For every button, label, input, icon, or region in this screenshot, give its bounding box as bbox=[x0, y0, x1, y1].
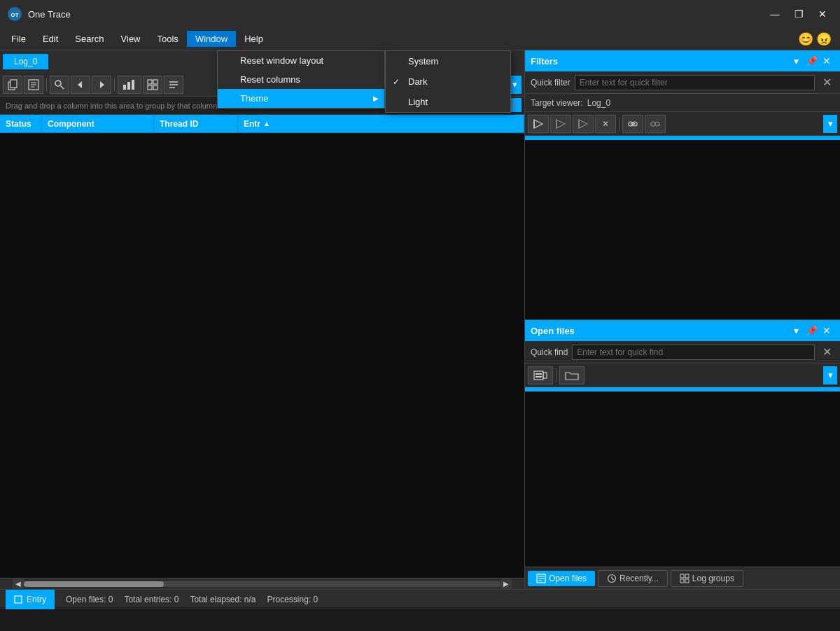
toolbar-extra-btn[interactable] bbox=[164, 76, 183, 94]
toolbar-sep1 bbox=[46, 78, 47, 92]
toolbar-btn2[interactable] bbox=[24, 76, 43, 94]
filter-dropdown-btn[interactable]: ▾ bbox=[823, 115, 837, 133]
bottom-tabs: Open files Recently... Log groups bbox=[525, 567, 840, 589]
quick-filter-row: Quick filter ✕ bbox=[525, 71, 840, 94]
filter-delete-btn[interactable]: ✕ bbox=[595, 115, 616, 133]
svg-marker-26 bbox=[579, 120, 587, 128]
col-header-status[interactable]: Status bbox=[0, 115, 42, 132]
main-layout: Log_0 bbox=[0, 50, 840, 589]
tab-open-files[interactable]: Open files bbox=[528, 571, 595, 586]
close-button[interactable]: ✕ bbox=[812, 6, 833, 22]
filter-toolbar: ✕ ▾ bbox=[525, 112, 840, 136]
log-tab[interactable]: Log_0 bbox=[3, 54, 48, 69]
menu-help[interactable]: Help bbox=[236, 31, 272, 47]
menu-file[interactable]: File bbox=[3, 31, 34, 47]
svg-rect-48 bbox=[15, 596, 22, 603]
menu-edit[interactable]: Edit bbox=[34, 31, 66, 47]
hscroll-thumb[interactable] bbox=[24, 581, 164, 587]
minimize-button[interactable]: — bbox=[764, 6, 785, 22]
toolbar-prev-btn[interactable] bbox=[71, 76, 90, 94]
quick-filter-clear-btn[interactable]: ✕ bbox=[819, 75, 834, 90]
openfiles-dropdown-toolbar-btn[interactable]: ▾ bbox=[823, 366, 837, 384]
svg-rect-47 bbox=[685, 579, 689, 583]
menu-window[interactable]: Window bbox=[187, 31, 236, 47]
left-panel: Log_0 bbox=[0, 50, 525, 589]
tab-recently[interactable]: Recently... bbox=[598, 570, 668, 587]
svg-rect-44 bbox=[680, 574, 684, 578]
svg-rect-35 bbox=[536, 376, 542, 377]
col-header-thread[interactable]: Thread ID bbox=[154, 115, 238, 132]
filter-selected-bar bbox=[525, 136, 840, 140]
openfiles-folder-btn[interactable] bbox=[559, 366, 584, 384]
quick-filter-label: Quick filter bbox=[531, 78, 570, 88]
menu-right: 😊 😠 bbox=[798, 32, 837, 47]
openfiles-close-btn[interactable]: ✕ bbox=[819, 323, 834, 338]
svg-text:OT: OT bbox=[10, 12, 18, 18]
theme-light-label: Light bbox=[408, 97, 428, 107]
quick-find-clear-btn[interactable]: ✕ bbox=[819, 345, 834, 360]
status-total-elapsed: Total elapsed: n/a bbox=[190, 595, 255, 604]
tab-recently-label: Recently... bbox=[620, 574, 659, 583]
hscroll-track[interactable] bbox=[24, 581, 500, 587]
sad-emoji[interactable]: 😠 bbox=[816, 32, 832, 47]
open-files-icon bbox=[536, 574, 546, 583]
toolbar-grid-btn[interactable] bbox=[143, 76, 162, 94]
theme-system[interactable]: System bbox=[386, 51, 510, 71]
col-component-label: Component bbox=[48, 119, 94, 129]
tab-log-groups[interactable]: Log groups bbox=[671, 570, 743, 587]
happy-emoji[interactable]: 😊 bbox=[798, 32, 813, 47]
openfiles-selected-bar bbox=[525, 387, 840, 391]
toolbar-search-btn[interactable] bbox=[50, 76, 69, 94]
openfiles-sep bbox=[556, 368, 556, 382]
app-title: One Trace bbox=[28, 9, 759, 20]
svg-point-8 bbox=[55, 81, 61, 86]
filters-pin-btn[interactable]: 📌 bbox=[804, 53, 819, 69]
theme-dark-check: ✓ bbox=[393, 77, 400, 87]
menu-view[interactable]: View bbox=[113, 31, 149, 47]
filter-unlink-btn[interactable] bbox=[645, 115, 666, 133]
filter-btn2[interactable] bbox=[550, 115, 571, 133]
openfiles-dropdown-btn[interactable]: ▾ bbox=[788, 323, 804, 338]
filters-close-btn[interactable]: ✕ bbox=[819, 53, 834, 69]
menu-tools[interactable]: Tools bbox=[149, 31, 187, 47]
col-header-component[interactable]: Component bbox=[42, 115, 154, 132]
log-groups-icon bbox=[680, 574, 690, 583]
tab-log-groups-label: Log groups bbox=[692, 574, 734, 583]
openfiles-pin-btn[interactable]: 📌 bbox=[804, 323, 819, 338]
quick-filter-input[interactable] bbox=[575, 75, 815, 90]
maximize-button[interactable]: ❐ bbox=[788, 6, 809, 22]
entry-icon bbox=[14, 595, 22, 604]
entry-label: Entry bbox=[27, 595, 46, 604]
filter-add-btn[interactable] bbox=[528, 115, 549, 133]
filters-dropdown-btn[interactable]: ▾ bbox=[788, 53, 804, 69]
svg-rect-34 bbox=[536, 373, 542, 375]
menu-reset-window-label: Reset window layout bbox=[240, 55, 323, 66]
menu-theme[interactable]: Theme ▶ bbox=[218, 89, 384, 108]
svg-marker-22 bbox=[534, 120, 542, 128]
svg-rect-12 bbox=[123, 85, 126, 90]
theme-light[interactable]: Light bbox=[386, 92, 510, 112]
svg-rect-3 bbox=[10, 80, 17, 88]
theme-dark[interactable]: ✓ Dark bbox=[386, 71, 510, 92]
scroll-left-btn[interactable]: ◀ bbox=[13, 578, 24, 590]
menu-reset-window[interactable]: Reset window layout bbox=[218, 51, 384, 70]
filter-btn3[interactable] bbox=[573, 115, 594, 133]
menu-reset-columns[interactable]: Reset columns bbox=[218, 70, 384, 89]
entry-tab[interactable]: Entry bbox=[6, 590, 55, 609]
filter-link-btn[interactable] bbox=[622, 115, 643, 133]
toolbar-copy-btn[interactable] bbox=[3, 76, 22, 94]
toolbar-stats-btn[interactable] bbox=[118, 76, 141, 94]
svg-marker-10 bbox=[78, 81, 82, 88]
openfiles-add-btn[interactable] bbox=[528, 366, 553, 384]
scroll-right-btn[interactable]: ▶ bbox=[500, 578, 512, 590]
svg-rect-17 bbox=[148, 85, 152, 90]
col-header-entry[interactable]: Entr ▲ bbox=[238, 115, 524, 132]
right-panel: Filters ▾ 📌 ✕ Quick filter ✕ Target view… bbox=[525, 50, 840, 589]
menu-bar: File Edit Search View Tools Window Help … bbox=[0, 28, 840, 50]
svg-point-32 bbox=[655, 122, 659, 126]
filter-sep bbox=[619, 117, 620, 131]
menu-search[interactable]: Search bbox=[66, 31, 112, 47]
toolbar-next-btn[interactable] bbox=[92, 76, 111, 94]
quick-find-input[interactable] bbox=[572, 345, 815, 360]
svg-line-43 bbox=[612, 578, 614, 580]
